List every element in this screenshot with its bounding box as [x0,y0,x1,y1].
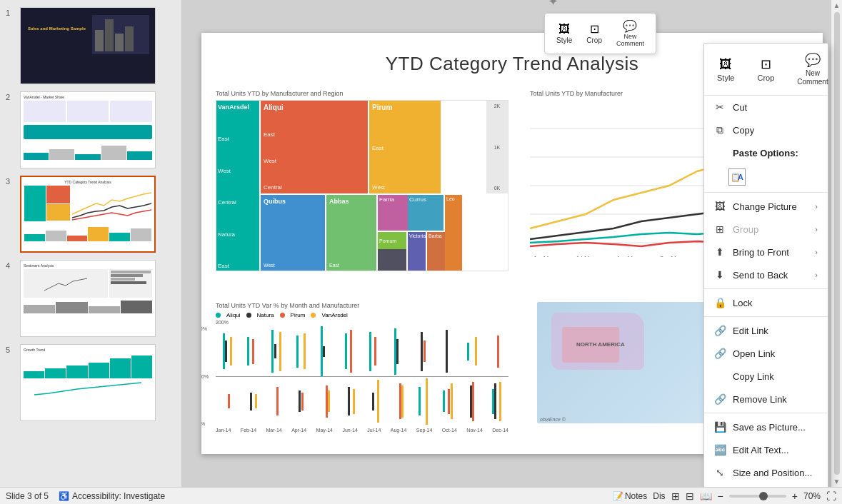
accessibility-icon: ♿ [59,491,69,501]
menu-paste-icon-row[interactable]: 📋 A [704,164,828,190]
chart-top-left: Total Units YTD by Manufacturer and Regi… [216,90,516,283]
cut-label: Cut [733,102,818,113]
edit-link-label: Edit Link [733,326,818,336]
view-outline-btn[interactable]: ⊟ [686,490,694,502]
menu-cut[interactable]: ✂ Cut [704,96,828,119]
menu-style-btn[interactable]: 🖼 Style [711,54,740,85]
menu-copy-link[interactable]: Copy Link [704,365,828,388]
zoom-out-btn[interactable]: − [718,490,723,502]
menu-edit-link[interactable]: 🔗 Edit Link [704,319,828,342]
paste-icon[interactable]: 📋 A [728,168,746,186]
slide-item-4[interactable]: 4 Sentiment Analysis [4,258,177,338]
cut-icon: ✂ [714,101,726,113]
remove-link-icon: 🔗 [714,393,726,405]
menu-open-link[interactable]: 🔗 Open Link [704,342,828,365]
menu-change-picture[interactable]: 🖼 Change Picture › [704,195,828,218]
size-position-icon: ⤡ [714,467,726,478]
crop-icon: ⊡ [590,22,599,36]
menu-new-comment-icon: 💬 [805,52,821,68]
slide-item-2[interactable]: 2 VanArsdel - Market Share [4,90,177,170]
save-as-picture-icon: 💾 [714,421,726,433]
chart1-label: Total Units YTD by Manufacturer and Regi… [216,90,516,97]
crop-label: Crop [586,36,602,44]
new-comment-toolbar-btn[interactable]: 💬 NewComment [611,16,650,51]
slide-info: Slide 3 of 5 [6,491,49,501]
menu-save-as-picture[interactable]: 💾 Save as Picture... [704,415,828,438]
legend-pirum-label: Pirum [291,312,306,318]
menu-paste-options: Paste Options: [704,141,828,164]
slide-thumb-2[interactable]: VanArsdel - Market Share [20,91,156,168]
menu-size-and-position[interactable]: ⤡ Size and Position... [704,461,828,484]
menu-new-comment-label: NewComment [797,69,828,86]
slide-thumb-3[interactable]: YTD Category Trend Analysis [20,176,156,253]
zoom-in-btn[interactable]: + [792,490,798,502]
lock-icon: 🔒 [714,297,726,308]
fit-slide-btn[interactable]: ⛶ [826,490,836,502]
menu-remove-link[interactable]: 🔗 Remove Link [704,388,828,410]
slide-item-5[interactable]: 5 Growth Trend [4,343,177,423]
menu-format-picture[interactable]: 🎨 Format Picture... [704,484,828,487]
slide-thumb-4[interactable]: Sentiment Analysis [20,260,156,337]
zoom-slider-thumb[interactable] [759,492,768,500]
status-left: Slide 3 of 5 ♿ Accessibility: Investigat… [6,491,165,501]
scroll-up-btn[interactable]: ▲ [832,0,842,11]
scroll-down-btn[interactable]: ▼ [832,476,842,487]
slide-number-1: 1 [6,7,16,17]
canvas-toolbar: ✦ 🖼 Style ⊡ Crop 💬 NewComment [544,13,656,54]
zoom-slider[interactable] [729,495,786,498]
dis-label: Dis [653,491,665,501]
legend-aliqui-label: Aliqui [226,312,241,318]
notes-btn[interactable]: 📝 Notes [613,491,647,501]
crop-toolbar-btn[interactable]: ⊡ Crop [581,19,608,47]
legend-natura-label: Natura [257,312,274,318]
menu-group[interactable]: ⊞ Group › [704,218,828,241]
slide-item-1[interactable]: 1 Sales and Marketing Sample [4,6,177,86]
menu-crop-label: Crop [757,74,774,82]
edit-link-icon: 🔗 [714,325,726,336]
status-bar: Slide 3 of 5 ♿ Accessibility: Investigat… [0,487,842,504]
group-label: Group [733,224,808,235]
accessibility-status[interactable]: ♿ Accessibility: Investigate [59,491,165,501]
change-picture-icon: 🖼 [714,201,726,212]
change-picture-label: Change Picture [733,201,808,212]
legend-pirum-dot [280,313,285,318]
menu-copy[interactable]: ⧉ Copy [704,119,828,141]
separator-3 [704,316,828,317]
change-picture-arrow: › [815,202,818,211]
paste-options-label: Paste Options: [733,148,818,158]
new-comment-label: NewComment [616,34,644,48]
notes-label: Notes [625,491,647,501]
dis-btn[interactable]: Dis [653,491,665,501]
slide-panel: 1 Sales and Marketing Sample 2 VanArsdel… [0,0,182,487]
menu-bring-to-front[interactable]: ⬆ Bring to Front › [704,241,828,263]
size-position-label: Size and Position... [733,468,818,478]
chart-legend: Aliqui Natura Pirum VanArsdel [216,312,508,318]
separator-4 [704,413,828,413]
style-toolbar-btn[interactable]: 🖼 Style [551,20,578,47]
chart3-label: Total Units YTD Var % by Month and Manuf… [216,302,508,309]
zoom-level: 70% [803,491,821,501]
slide-thumb-5[interactable]: Growth Trend [20,344,156,421]
slide-number-5: 5 [6,344,16,354]
style-label: Style [556,36,572,44]
menu-new-comment-btn[interactable]: 💬 NewComment [791,49,833,89]
view-reader-btn[interactable]: 📖 [700,490,712,502]
edit-alt-text-icon: 🔤 [714,444,726,455]
bring-to-front-icon: ⬆ [714,246,726,258]
menu-lock[interactable]: 🔒 Lock [704,291,828,314]
open-link-label: Open Link [733,348,818,359]
menu-edit-alt-text[interactable]: 🔤 Edit Alt Text... [704,438,828,461]
copy-icon: ⧉ [714,124,726,136]
legend-natura-dot [246,313,251,318]
menu-send-to-back[interactable]: ⬇ Send to Back › [704,263,828,286]
scroll-thumb[interactable] [834,12,840,475]
chart-bottom-left: Total Units YTD Var % by Month and Manuf… [216,302,508,441]
menu-crop-btn[interactable]: ⊡ Crop [751,54,780,85]
menu-style-icon: 🖼 [719,57,732,72]
view-normal-btn[interactable]: ⊞ [671,490,680,502]
send-to-back-label: Send to Back [733,270,808,281]
slide-item-3[interactable]: 3 YTD Category Trend Analysis [4,174,177,254]
bring-to-front-arrow: › [815,248,818,256]
send-to-back-icon: ⬇ [714,269,726,281]
slide-thumb-1[interactable]: Sales and Marketing Sample [20,7,156,84]
